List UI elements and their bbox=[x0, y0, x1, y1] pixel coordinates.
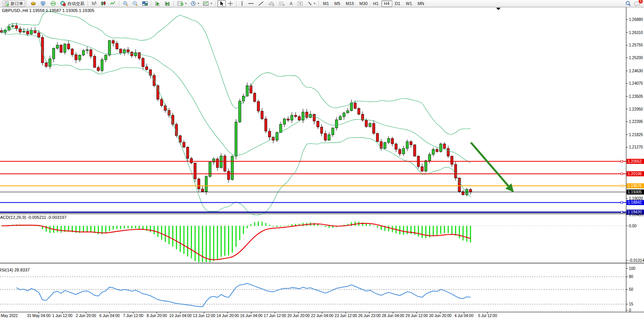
toolbar-grip[interactable] bbox=[1, 1, 2, 6]
candle[interactable] bbox=[421, 167, 423, 171]
candle[interactable] bbox=[264, 119, 267, 131]
candle[interactable] bbox=[294, 115, 297, 117]
timeframe-D1[interactable]: D1 bbox=[392, 0, 403, 7]
new-order-button[interactable]: 新订单 bbox=[3, 0, 25, 7]
time-axis[interactable]: May 202231 May 04:001 Jun 12:002 Jun 20:… bbox=[1, 312, 497, 318]
candle[interactable] bbox=[116, 43, 118, 49]
arrows-dropdown-arrow[interactable]: ▾ bbox=[314, 2, 316, 5]
candle[interactable] bbox=[209, 162, 211, 176]
candle[interactable] bbox=[369, 123, 371, 126]
candle[interactable] bbox=[156, 85, 159, 99]
auto-scroll-button[interactable] bbox=[153, 0, 163, 7]
hline-anchor[interactable] bbox=[621, 201, 623, 203]
candle[interactable] bbox=[194, 163, 196, 179]
candle[interactable] bbox=[261, 111, 263, 119]
candle[interactable] bbox=[15, 26, 17, 29]
candle[interactable] bbox=[235, 122, 237, 156]
candle[interactable] bbox=[183, 142, 185, 147]
trendline-button[interactable] bbox=[256, 0, 266, 7]
candle[interactable] bbox=[186, 147, 189, 158]
candle[interactable] bbox=[205, 176, 207, 191]
candle[interactable] bbox=[22, 31, 25, 32]
crosshair-button[interactable] bbox=[226, 0, 235, 7]
candle[interactable] bbox=[376, 133, 379, 142]
candle[interactable] bbox=[105, 55, 107, 60]
candle[interactable] bbox=[424, 161, 427, 171]
candle[interactable] bbox=[79, 55, 81, 60]
candle[interactable] bbox=[239, 101, 241, 122]
text-button[interactable]: A bbox=[287, 0, 295, 7]
terminal-button[interactable] bbox=[38, 0, 48, 7]
bar-chart-button[interactable] bbox=[89, 0, 99, 7]
candle[interactable] bbox=[283, 119, 285, 124]
templates-dropdown-arrow[interactable]: ▾ bbox=[211, 2, 212, 5]
candle[interactable] bbox=[387, 138, 390, 143]
timeframe-M30[interactable]: M30 bbox=[357, 0, 370, 7]
candle[interactable] bbox=[440, 144, 442, 152]
timeframe-M5[interactable]: M5 bbox=[331, 0, 343, 7]
candle[interactable] bbox=[60, 45, 62, 53]
candle[interactable] bbox=[443, 144, 446, 148]
candle[interactable] bbox=[350, 103, 352, 111]
rsi-axis[interactable]: 1008050150 bbox=[626, 266, 635, 312]
candle[interactable] bbox=[331, 128, 334, 135]
search-icon[interactable] bbox=[625, 1, 631, 7]
candle[interactable] bbox=[160, 99, 163, 106]
candle[interactable] bbox=[384, 143, 386, 148]
channel-button[interactable]: E bbox=[266, 0, 276, 7]
candle[interactable] bbox=[313, 114, 315, 121]
cursor-button[interactable] bbox=[217, 0, 226, 7]
candle[interactable] bbox=[391, 138, 393, 144]
hline-anchor[interactable] bbox=[621, 211, 623, 213]
candle[interactable] bbox=[201, 189, 204, 192]
candle[interactable] bbox=[26, 31, 29, 34]
candle[interactable] bbox=[67, 44, 70, 49]
hline-anchor[interactable] bbox=[621, 185, 623, 187]
candle[interactable] bbox=[223, 156, 226, 171]
candle[interactable] bbox=[447, 148, 449, 156]
candle[interactable] bbox=[469, 189, 472, 192]
candle[interactable] bbox=[82, 51, 84, 55]
candle[interactable] bbox=[280, 124, 282, 132]
candle[interactable] bbox=[317, 121, 319, 127]
periods-dropdown-arrow[interactable]: ▾ bbox=[198, 2, 199, 5]
label-button[interactable]: T bbox=[295, 0, 305, 7]
zoom-in-button[interactable] bbox=[121, 0, 131, 7]
candle[interactable] bbox=[231, 156, 234, 180]
chart-shift-marker[interactable] bbox=[496, 8, 501, 10]
candle[interactable] bbox=[432, 149, 434, 154]
candle[interactable] bbox=[414, 145, 416, 156]
candle[interactable] bbox=[93, 56, 96, 68]
candle[interactable] bbox=[298, 116, 301, 120]
candle[interactable] bbox=[365, 120, 368, 126]
candle[interactable] bbox=[395, 144, 397, 149]
candle[interactable] bbox=[52, 48, 55, 59]
candle[interactable] bbox=[250, 85, 252, 93]
timeframe-M15[interactable]: M15 bbox=[343, 0, 357, 7]
hline-anchor[interactable] bbox=[621, 173, 623, 175]
candle[interactable] bbox=[406, 142, 408, 148]
candle[interactable] bbox=[112, 41, 114, 43]
candle[interactable] bbox=[287, 119, 289, 120]
arrows-button[interactable]: ▾ bbox=[305, 0, 318, 7]
candle[interactable] bbox=[242, 96, 245, 101]
timeframe-H1[interactable]: H1 bbox=[370, 0, 381, 7]
candle[interactable] bbox=[328, 135, 330, 140]
candle[interactable] bbox=[216, 159, 218, 167]
candle[interactable] bbox=[335, 120, 338, 128]
candle[interactable] bbox=[402, 148, 405, 154]
candle[interactable] bbox=[290, 115, 293, 120]
candle[interactable] bbox=[108, 41, 111, 55]
indicators-button[interactable]: ▾ bbox=[175, 0, 189, 7]
candle[interactable] bbox=[268, 131, 271, 137]
candle[interactable] bbox=[56, 45, 58, 48]
notifications-icon[interactable]: 1 bbox=[634, 1, 641, 7]
candle[interactable] bbox=[276, 133, 278, 140]
candle[interactable] bbox=[45, 63, 47, 67]
candle[interactable] bbox=[97, 67, 100, 70]
chart-shift-button[interactable] bbox=[163, 0, 172, 7]
fibonacci-button[interactable]: F bbox=[276, 0, 287, 7]
zoom-out-button[interactable] bbox=[131, 0, 140, 7]
candle[interactable] bbox=[146, 67, 148, 70]
autotrading-button[interactable]: 自动交易 bbox=[58, 0, 86, 7]
